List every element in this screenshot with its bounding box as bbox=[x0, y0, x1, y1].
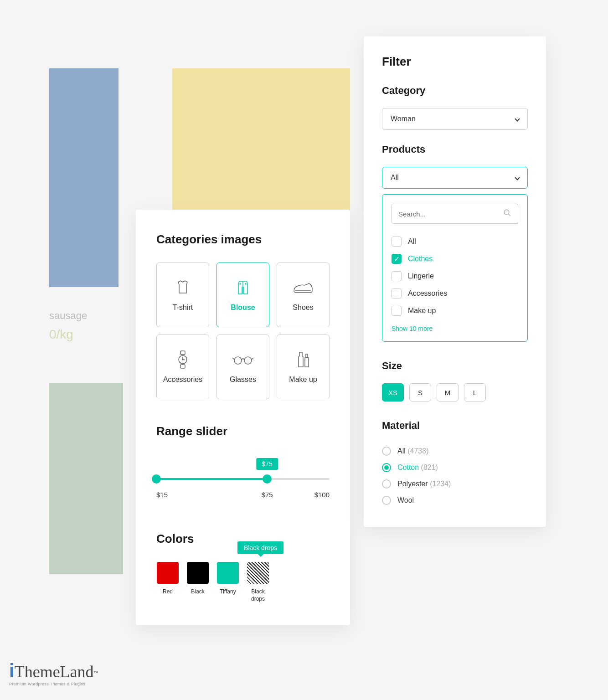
option-accessories[interactable]: Accessories bbox=[392, 285, 518, 302]
product-image-3 bbox=[49, 383, 123, 574]
option-all[interactable]: All bbox=[392, 233, 518, 250]
option-label: Accessories bbox=[408, 289, 447, 298]
color-label: Black bbox=[191, 588, 204, 596]
shoes-icon bbox=[292, 278, 314, 297]
glasses-icon bbox=[232, 350, 254, 369]
product-image-1 bbox=[49, 68, 119, 287]
option-label: All bbox=[408, 237, 416, 246]
svg-rect-13 bbox=[306, 354, 308, 358]
slider-tooltip: $75 bbox=[257, 458, 278, 470]
color-black[interactable]: Black bbox=[186, 562, 209, 602]
categories-panel: Categories images T-shirtBlouseShoesAcce… bbox=[136, 210, 350, 625]
color-label: Red bbox=[163, 588, 173, 596]
brand-logo: iThemeLand™ Premium Wordpress Themes & P… bbox=[9, 660, 98, 686]
svg-point-14 bbox=[504, 210, 509, 215]
material-label: Polyester (1234) bbox=[397, 480, 451, 488]
chevron-down-icon bbox=[515, 175, 520, 180]
svg-rect-12 bbox=[305, 358, 309, 367]
material-count: (821) bbox=[421, 463, 438, 471]
material-count: (4738) bbox=[407, 447, 428, 455]
color-swatch bbox=[157, 562, 179, 584]
category-tile-label: Blouse bbox=[231, 304, 255, 312]
category-tile-t-shirt[interactable]: T-shirt bbox=[156, 262, 209, 327]
color-tiffany[interactable]: Tiffany bbox=[216, 562, 239, 602]
radio bbox=[382, 479, 391, 489]
products-select[interactable]: All bbox=[382, 167, 528, 189]
material-label: Wool bbox=[397, 496, 414, 504]
categories-grid: T-shirtBlouseShoesAccessoriesGlassesMake… bbox=[156, 262, 330, 399]
option-lingerie[interactable]: Lingerie bbox=[392, 268, 518, 285]
slider-mid-label: $75 bbox=[262, 491, 273, 499]
checkbox bbox=[392, 271, 402, 281]
filter-title: Filter bbox=[382, 55, 528, 69]
svg-point-0 bbox=[240, 283, 241, 284]
size-l[interactable]: L bbox=[464, 383, 486, 401]
material-count: (1234) bbox=[430, 480, 451, 488]
category-tile-label: T-shirt bbox=[173, 304, 193, 312]
checkbox bbox=[392, 237, 402, 247]
color-swatch bbox=[247, 562, 269, 584]
category-tile-glasses[interactable]: Glasses bbox=[216, 335, 269, 399]
categories-title: Categories images bbox=[156, 232, 330, 247]
svg-rect-7 bbox=[180, 365, 185, 368]
material-polyester[interactable]: Polyester (1234) bbox=[382, 476, 528, 492]
color-label: Tiffany bbox=[220, 588, 236, 596]
search-icon bbox=[503, 209, 511, 219]
category-tile-make-up[interactable]: Make up bbox=[277, 335, 330, 399]
blouse-icon bbox=[232, 278, 254, 297]
option-clothes[interactable]: ✓Clothes bbox=[392, 250, 518, 268]
slider-knob-min[interactable] bbox=[152, 474, 161, 484]
option-label: Make up bbox=[408, 307, 436, 315]
option-make-up[interactable]: Make up bbox=[392, 302, 518, 319]
svg-point-1 bbox=[245, 283, 246, 284]
svg-rect-2 bbox=[180, 351, 185, 355]
svg-line-15 bbox=[508, 214, 510, 216]
checkbox: ✓ bbox=[392, 254, 402, 264]
range-slider[interactable]: $75 $15 $75 $100 bbox=[156, 454, 330, 504]
material-all[interactable]: All (4738) bbox=[382, 443, 528, 459]
color-swatch bbox=[187, 562, 209, 584]
size-m[interactable]: M bbox=[437, 383, 459, 401]
product-label: sausage bbox=[49, 310, 87, 322]
category-tile-label: Accessories bbox=[163, 376, 202, 384]
material-label: Cotton (821) bbox=[397, 463, 438, 472]
slider-fill bbox=[156, 478, 267, 480]
category-select[interactable]: Woman bbox=[382, 108, 528, 130]
products-label: Products bbox=[382, 144, 528, 155]
category-tile-shoes[interactable]: Shoes bbox=[277, 262, 330, 327]
radio bbox=[382, 447, 391, 456]
category-tile-label: Make up bbox=[289, 376, 317, 384]
material-wool[interactable]: Wool bbox=[382, 492, 528, 509]
svg-point-8 bbox=[234, 357, 242, 364]
search-input[interactable] bbox=[398, 210, 503, 218]
t-shirt-icon bbox=[171, 278, 194, 297]
color-tooltip: Black drops bbox=[237, 541, 283, 554]
svg-line-11 bbox=[252, 358, 253, 360]
options-list: All✓ClothesLingerieAccessoriesMake up bbox=[392, 233, 518, 319]
checkbox bbox=[392, 306, 402, 316]
search-box[interactable] bbox=[392, 204, 518, 224]
chevron-down-icon bbox=[515, 116, 520, 121]
material-cotton[interactable]: Cotton (821) bbox=[382, 459, 528, 476]
option-label: Clothes bbox=[408, 255, 433, 263]
color-swatch bbox=[217, 562, 239, 584]
slider-title: Range slider bbox=[156, 424, 330, 438]
slider-min-label: $15 bbox=[156, 491, 168, 499]
material-label: All (4738) bbox=[397, 447, 428, 455]
color-red[interactable]: Red bbox=[156, 562, 179, 602]
slider-knob-max[interactable] bbox=[263, 474, 272, 484]
slider-max-label: $100 bbox=[314, 491, 330, 499]
category-value: Woman bbox=[391, 115, 416, 123]
radio bbox=[382, 496, 391, 505]
size-xs[interactable]: XS bbox=[382, 383, 404, 401]
size-label: Size bbox=[382, 360, 528, 372]
svg-point-9 bbox=[244, 357, 252, 364]
category-tile-blouse[interactable]: Blouse bbox=[216, 262, 269, 327]
category-tile-accessories[interactable]: Accessories bbox=[156, 335, 209, 399]
size-s[interactable]: S bbox=[409, 383, 431, 401]
color-black-drops[interactable]: Black drops bbox=[247, 562, 269, 602]
show-more-link[interactable]: Show 10 more bbox=[392, 325, 518, 332]
radio bbox=[382, 463, 391, 472]
colors-row: Black drops RedBlackTiffanyBlack drops bbox=[156, 562, 330, 602]
sizes-row: XSSML bbox=[382, 383, 528, 401]
